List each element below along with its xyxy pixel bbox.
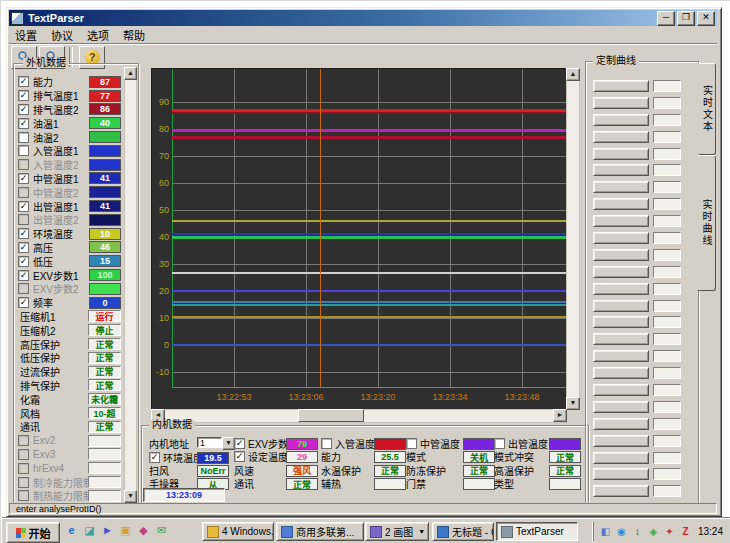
task-button-2[interactable]: 商用多联第...	[276, 522, 364, 541]
curve-field[interactable]	[653, 300, 681, 312]
curve-button[interactable]	[593, 80, 649, 92]
checkbox[interactable]: ✓	[18, 270, 29, 281]
menu-item-帮助[interactable]: 帮助	[123, 27, 145, 43]
task-button-1[interactable]: 4 Windows...▼	[202, 522, 274, 541]
curve-field[interactable]	[653, 181, 681, 193]
curve-button[interactable]	[593, 148, 649, 160]
curve-button[interactable]	[593, 350, 649, 362]
start-button[interactable]: 开始	[6, 522, 60, 543]
chart-hscroll-thumb[interactable]	[298, 409, 364, 422]
ie-icon[interactable]: e	[64, 523, 79, 538]
updown-icon[interactable]: ↕	[631, 525, 644, 538]
media-player-icon[interactable]: ►	[100, 523, 115, 538]
curve-button[interactable]	[593, 266, 649, 278]
checkbox[interactable]: ✓	[18, 76, 29, 87]
curve-field[interactable]	[653, 316, 681, 328]
curve-button[interactable]	[593, 333, 649, 345]
show-desktop-icon[interactable]: ◪	[82, 523, 97, 538]
curve-field[interactable]	[653, 367, 681, 379]
checkbox[interactable]	[321, 438, 332, 449]
curve-button[interactable]	[593, 300, 649, 312]
chart-scroll-right-icon[interactable]: ►	[553, 409, 567, 422]
curve-button[interactable]	[593, 435, 649, 447]
chart-scroll-down-icon[interactable]: ▼	[566, 397, 580, 410]
folder-icon[interactable]: ▣	[118, 523, 133, 538]
task-button-3[interactable]: 2 画图▼	[365, 522, 429, 541]
checkbox[interactable]: ✓	[18, 118, 29, 129]
curve-button[interactable]	[593, 452, 649, 464]
curve-field[interactable]	[653, 401, 681, 413]
curve-field[interactable]	[653, 333, 681, 345]
sidebar-scroll-down-icon[interactable]: ▼	[124, 490, 137, 503]
checkbox[interactable]: ✓	[234, 438, 245, 449]
curve-field[interactable]	[653, 485, 681, 497]
dropdown-arrow-icon[interactable]: ▼	[418, 528, 425, 535]
mail-icon[interactable]: ✉	[154, 523, 169, 538]
checkbox[interactable]: ✓	[149, 452, 160, 463]
curve-field[interactable]	[653, 232, 681, 244]
curve-button[interactable]	[593, 114, 649, 126]
checkbox[interactable]: ✓	[18, 104, 29, 115]
checkbox[interactable]: ✓	[18, 242, 29, 253]
menu-item-协议[interactable]: 协议	[51, 27, 73, 43]
curve-field[interactable]	[653, 198, 681, 210]
curve-field[interactable]	[653, 215, 681, 227]
maximize-button[interactable]: ❐	[677, 11, 695, 26]
curve-button[interactable]	[593, 316, 649, 328]
curve-field[interactable]	[653, 249, 681, 261]
curve-button[interactable]	[593, 97, 649, 109]
curve-button[interactable]	[593, 485, 649, 497]
checkbox[interactable]: ✓	[18, 228, 29, 239]
task-button-4[interactable]: 无标题 - C...	[432, 522, 494, 541]
display-icon[interactable]: ◧	[599, 525, 612, 538]
curve-button[interactable]	[593, 181, 649, 193]
curve-field[interactable]	[653, 114, 681, 126]
close-button[interactable]: ✕	[697, 11, 715, 26]
task-button-5[interactable]: TextParser	[496, 522, 578, 541]
curve-field[interactable]	[653, 435, 681, 447]
title-bar[interactable]: TextParser ─ ❐ ✕	[9, 10, 717, 26]
checkbox[interactable]: ✓	[18, 90, 29, 101]
curve-field[interactable]	[653, 148, 681, 160]
curve-button[interactable]	[593, 367, 649, 379]
curve-button[interactable]	[593, 401, 649, 413]
chart-vscrollbar[interactable]	[566, 68, 580, 410]
checkbox[interactable]: ✓	[18, 256, 29, 267]
curve-button[interactable]	[593, 468, 649, 480]
curve-field[interactable]	[653, 468, 681, 480]
curve-field[interactable]	[653, 80, 681, 92]
minimize-button[interactable]: ─	[657, 11, 675, 26]
volume-icon[interactable]: ◉	[615, 525, 628, 538]
checkbox[interactable]: ✓	[234, 451, 245, 462]
curve-button[interactable]	[593, 215, 649, 227]
sidebar-scroll-up-icon[interactable]: ▲	[124, 67, 137, 80]
checkbox[interactable]	[406, 438, 417, 449]
monitor-icon[interactable]: ✦	[663, 525, 676, 538]
curve-field[interactable]	[653, 164, 681, 176]
menu-item-设置[interactable]: 设置	[15, 27, 37, 43]
sidebar-scrollbar[interactable]	[124, 67, 137, 503]
messenger-icon[interactable]: ◆	[136, 523, 151, 538]
curve-button[interactable]	[593, 131, 649, 143]
checkbox[interactable]: ✓	[18, 173, 29, 184]
curve-button[interactable]	[593, 418, 649, 430]
time-cursor-line[interactable]	[320, 69, 321, 387]
checkbox[interactable]: ✓	[18, 297, 29, 308]
indoor-address-select[interactable]: 1	[197, 437, 222, 448]
curve-button[interactable]	[593, 283, 649, 295]
menu-item-选项[interactable]: 选项	[87, 27, 109, 43]
curve-field[interactable]	[653, 452, 681, 464]
chart-scroll-up-icon[interactable]: ▲	[566, 68, 580, 81]
tab-realtime-text[interactable]: 实时文本	[698, 63, 716, 155]
curve-field[interactable]	[653, 97, 681, 109]
curve-field[interactable]	[653, 384, 681, 396]
curve-button[interactable]	[593, 249, 649, 261]
tab-realtime-curve[interactable]: 实时曲线	[697, 155, 716, 291]
checkbox[interactable]	[494, 438, 505, 449]
curve-field[interactable]	[653, 350, 681, 362]
curve-field[interactable]	[653, 418, 681, 430]
curve-button[interactable]	[593, 232, 649, 244]
curve-field[interactable]	[653, 131, 681, 143]
curve-field[interactable]	[653, 283, 681, 295]
antivirus-icon[interactable]: ◈	[647, 525, 660, 538]
